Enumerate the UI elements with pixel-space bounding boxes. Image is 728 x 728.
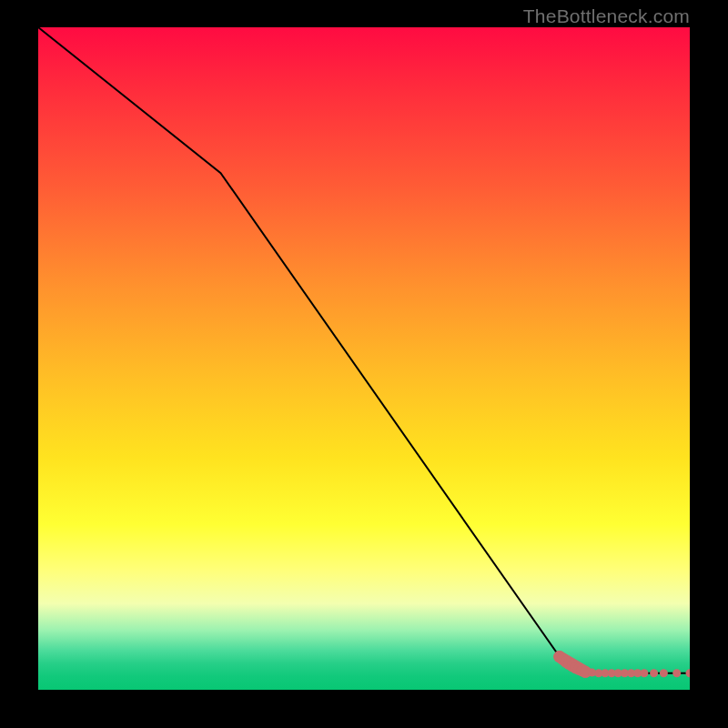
curve-line (38, 27, 690, 673)
data-point (640, 669, 648, 677)
data-point (660, 669, 668, 677)
data-point (672, 669, 681, 677)
plot-area (38, 27, 690, 690)
data-point (650, 669, 658, 677)
chart-svg (38, 27, 690, 690)
attribution-text: TheBottleneck.com (523, 5, 690, 27)
chart-frame: TheBottleneck.com (0, 0, 728, 728)
data-point (686, 669, 691, 677)
